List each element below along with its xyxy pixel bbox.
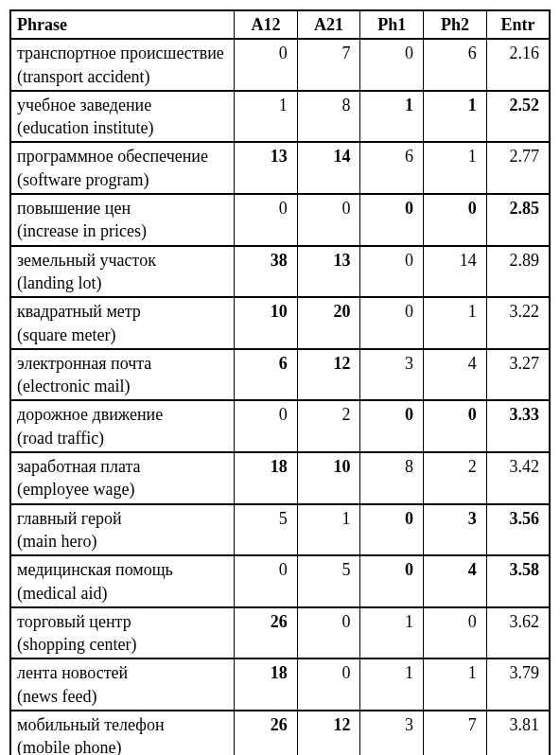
phrase-en: (education institute) [17, 116, 228, 139]
a12-cell: 0 [235, 39, 298, 91]
entr-cell: 2.89 [486, 246, 550, 298]
a12-cell: 10 [235, 297, 298, 349]
a12-cell: 38 [235, 246, 298, 298]
entr-cell: 3.22 [486, 297, 550, 349]
a12-cell: 0 [235, 555, 298, 607]
entr-cell: 2.77 [486, 142, 550, 194]
phrase-en: (mobile phone) [17, 736, 228, 755]
ph2-cell: 0 [424, 400, 487, 452]
phrase-ru: дорожное движение [17, 403, 228, 426]
phrase-en: (news feed) [17, 685, 228, 708]
ph1-cell: 0 [360, 400, 424, 452]
phrase-cell: торговый центр(shopping center) [10, 607, 235, 659]
col-phrase: Phrase [10, 10, 235, 39]
table-row: медицинская помощь(medical aid)05043.58 [10, 555, 550, 607]
phrase-ru: лента новостей [17, 661, 228, 684]
phrase-cell: транспортное происшествие(transport acci… [10, 39, 235, 91]
entr-cell: 3.81 [486, 711, 550, 755]
a21-cell: 1 [297, 504, 360, 556]
ph1-cell: 0 [360, 297, 424, 349]
phrase-cell: земельный участок(landing lot) [10, 246, 235, 298]
ph1-cell: 0 [360, 555, 424, 607]
table-row: дорожное движение(road traffic)02003.33 [10, 400, 550, 452]
a12-cell: 0 [235, 400, 298, 452]
ph1-cell: 0 [360, 504, 424, 556]
phrase-cell: квадратный метр(square meter) [10, 297, 235, 349]
phrase-cell: программное обеспечение(software program… [10, 142, 235, 194]
a12-cell: 18 [235, 452, 298, 504]
phrase-cell: электронная почта(electronic mail) [10, 349, 235, 401]
entr-cell: 3.27 [486, 349, 550, 401]
phrase-cell: главный герой(main hero) [10, 504, 235, 556]
a21-cell: 0 [297, 658, 360, 711]
phrase-ru: медицинская помощь [17, 558, 228, 581]
a12-cell: 1 [235, 91, 298, 143]
a12-cell: 26 [235, 607, 298, 659]
phrase-cell: повышение цен(increase in prices) [10, 194, 235, 246]
entr-cell: 2.52 [486, 91, 550, 143]
ph1-cell: 0 [360, 39, 424, 91]
table-row: электронная почта(electronic mail)612343… [10, 349, 550, 401]
phrase-ru: земельный участок [17, 249, 228, 272]
ph2-cell: 2 [424, 452, 487, 504]
phrase-ru: торговый центр [17, 610, 228, 633]
table-row: квадратный метр(square meter)1020013.22 [10, 297, 550, 349]
ph2-cell: 0 [424, 607, 487, 659]
a21-cell: 20 [297, 297, 360, 349]
entr-cell: 3.42 [486, 452, 550, 504]
phrase-ru: электронная почта [17, 352, 228, 375]
a21-cell: 7 [297, 39, 360, 91]
col-entr: Entr [486, 10, 550, 39]
col-a21: A21 [297, 10, 360, 39]
phrase-cell: мобильный телефон(mobile phone) [10, 711, 235, 755]
phrase-ru: мобильный телефон [17, 713, 228, 736]
phrase-cell: лента новостей(news feed) [10, 658, 235, 711]
phrase-en: (transport accident) [17, 65, 228, 88]
ph2-cell: 1 [424, 142, 487, 194]
ph1-cell: 1 [360, 91, 424, 143]
phrase-en: (software program) [17, 168, 228, 191]
table-row: земельный участок(landing lot)38130142.8… [10, 246, 550, 298]
ph2-cell: 14 [424, 246, 487, 298]
a21-cell: 14 [297, 142, 360, 194]
entr-cell: 3.56 [486, 504, 550, 556]
a21-cell: 10 [297, 452, 360, 504]
entr-cell: 3.58 [486, 555, 550, 607]
phrase-cell: заработная плата(employee wage) [10, 452, 235, 504]
entr-cell: 2.85 [486, 194, 550, 246]
table-row: лента новостей(news feed)180113.79 [10, 658, 550, 711]
ph2-cell: 6 [424, 39, 487, 91]
phrase-en: (landing lot) [17, 272, 228, 294]
table-row: главный герой(main hero)51033.56 [10, 504, 550, 556]
table-row: торговый центр(shopping center)260103.62 [10, 607, 550, 659]
ph2-cell: 1 [424, 658, 487, 711]
col-a12: A12 [235, 10, 298, 39]
ph1-cell: 3 [360, 349, 424, 401]
ph1-cell: 8 [360, 452, 424, 504]
ph2-cell: 4 [424, 349, 487, 401]
a12-cell: 0 [235, 194, 298, 246]
ph2-cell: 4 [424, 555, 487, 607]
a21-cell: 13 [297, 246, 360, 298]
a21-cell: 0 [297, 194, 360, 246]
table-header-row: Phrase A12 A21 Ph1 Ph2 Entr [10, 10, 550, 39]
col-ph2: Ph2 [424, 10, 487, 39]
phrase-en: (square meter) [17, 324, 228, 346]
a21-cell: 12 [297, 349, 360, 401]
table-row: мобильный телефон(mobile phone)2612373.8… [10, 711, 550, 755]
a12-cell: 26 [235, 711, 298, 755]
ph2-cell: 1 [424, 91, 487, 143]
phrase-cell: медицинская помощь(medical aid) [10, 555, 235, 607]
a21-cell: 8 [297, 91, 360, 143]
table-row: учебное заведение(education institute)18… [10, 91, 550, 143]
a12-cell: 18 [235, 658, 298, 711]
col-ph1: Ph1 [360, 10, 424, 39]
table-row: транспортное происшествие(transport acci… [10, 39, 550, 91]
table-row: программное обеспечение(software program… [10, 142, 550, 194]
ph1-cell: 0 [360, 246, 424, 298]
ph2-cell: 7 [424, 711, 487, 755]
a21-cell: 2 [297, 400, 360, 452]
a12-cell: 5 [235, 504, 298, 556]
a21-cell: 12 [297, 711, 360, 755]
phrase-en: (road traffic) [17, 427, 228, 449]
